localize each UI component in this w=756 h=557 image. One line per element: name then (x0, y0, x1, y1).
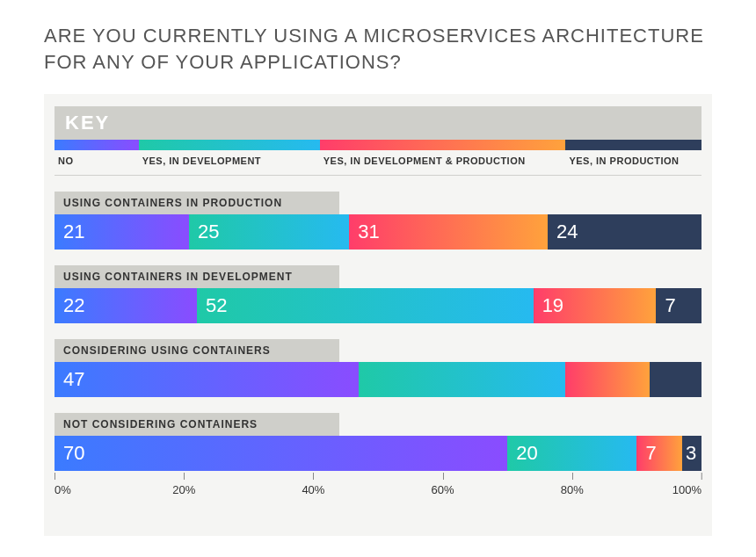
bar-segment: 7 (636, 436, 682, 471)
bar-group-label: CONSIDERING USING CONTAINERS (55, 339, 339, 362)
axis-tick: 20% (172, 483, 195, 496)
legend-label: YES, IN DEVELOPMENT & PRODUCTION (320, 156, 566, 166)
bar-segment: 19 (534, 288, 657, 323)
axis-tick: 60% (432, 483, 454, 496)
bar-segment: 22 (55, 288, 197, 323)
axis-tick: 40% (302, 483, 324, 496)
bar-group: CONSIDERING USING CONTAINERS47 (55, 339, 701, 397)
bar-segment (650, 362, 701, 397)
bar-segment: 24 (548, 214, 701, 250)
stacked-bar: 2252197 (55, 288, 701, 323)
legend-label: YES, IN DEVELOPMENT (139, 156, 320, 166)
stacked-bar: 702073 (55, 436, 701, 471)
bar-group-label: NOT CONSIDERING CONTAINERS (55, 413, 339, 436)
bar-segment: 25 (189, 214, 349, 250)
axis-tick: 0% (55, 483, 71, 496)
bar-segment: 47 (55, 362, 359, 397)
legend-swatch (565, 140, 701, 150)
bar-group: USING CONTAINERS IN PRODUCTION21253124 (55, 192, 701, 250)
bar-segment: 21 (55, 214, 189, 250)
bar-segment (359, 362, 566, 397)
bar-group: USING CONTAINERS IN DEVELOPMENT2252197 (55, 265, 701, 323)
axis-tick: 100% (672, 483, 701, 496)
legend-swatch (139, 140, 320, 150)
x-axis: 0%20%40%60%80%100% (55, 483, 701, 510)
legend-labels: NOYES, IN DEVELOPMENTYES, IN DEVELOPMENT… (55, 150, 701, 176)
chart-container: KEY NOYES, IN DEVELOPMENTYES, IN DEVELOP… (44, 94, 712, 536)
bar-segment: 31 (349, 214, 548, 250)
page-title: ARE YOU CURRENTLY USING A MICROSERVICES … (44, 23, 712, 75)
bar-segment: 3 (682, 436, 701, 471)
axis-tick: 80% (561, 483, 584, 496)
legend-header: KEY (55, 106, 701, 140)
bar-segment: 7 (656, 288, 701, 323)
legend-swatch (320, 140, 566, 150)
legend-label: NO (55, 156, 139, 166)
stacked-bar: 21253124 (55, 214, 701, 250)
bar-segment: 20 (507, 436, 636, 471)
bar-segment (565, 362, 650, 397)
legend-label: YES, IN PRODUCTION (565, 156, 701, 166)
bar-segment: 70 (55, 436, 507, 471)
bar-group-label: USING CONTAINERS IN PRODUCTION (55, 192, 339, 214)
legend-swatch (55, 140, 139, 150)
bar-segment: 52 (197, 288, 534, 323)
bar-group-label: USING CONTAINERS IN DEVELOPMENT (55, 265, 339, 288)
stacked-bar: 47 (55, 362, 701, 397)
bar-group: NOT CONSIDERING CONTAINERS702073 (55, 413, 701, 471)
legend-color-bar (55, 140, 701, 150)
